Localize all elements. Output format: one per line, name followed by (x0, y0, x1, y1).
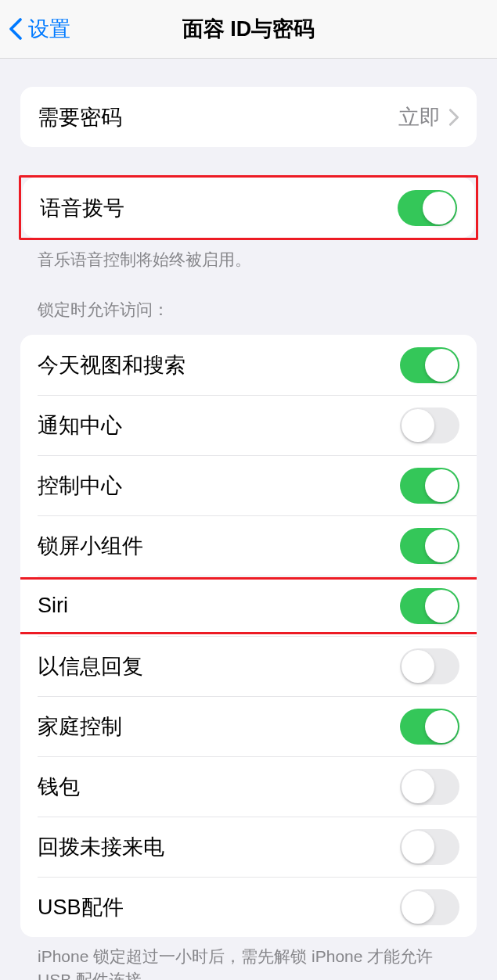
page-title: 面容 ID与密码 (182, 15, 315, 43)
passcode-group: 需要密码 立即 (20, 87, 477, 147)
voice-dial-footer: 音乐语音控制将始终被启用。 (20, 240, 477, 271)
lock-access-row: 家庭控制 (20, 696, 477, 756)
lock-access-item-toggle[interactable] (400, 407, 459, 443)
lock-access-item-toggle[interactable] (400, 889, 459, 925)
lock-access-item-toggle[interactable] (400, 648, 459, 684)
lock-access-item-label: 通知中心 (38, 411, 122, 440)
back-label: 设置 (28, 15, 70, 43)
lock-access-item-label: Siri (38, 594, 68, 618)
lock-access-group: 今天视图和搜索通知中心控制中心锁屏小组件Siri以信息回复家庭控制钱包回拨未接来… (20, 335, 477, 937)
voice-dial-toggle[interactable] (398, 190, 457, 226)
row-right: 立即 (398, 103, 459, 131)
lock-access-row: 回拨未接来电 (20, 817, 477, 877)
lock-access-item-toggle[interactable] (400, 528, 459, 564)
lock-access-item-label: 今天视图和搜索 (38, 351, 185, 379)
voice-dial-row: 语音拨号 (23, 178, 474, 238)
require-passcode-row[interactable]: 需要密码 立即 (20, 87, 477, 147)
lock-access-item-toggle[interactable] (400, 769, 459, 805)
chevron-right-icon (448, 108, 459, 127)
lock-access-item-label: 家庭控制 (38, 713, 122, 741)
lock-access-item-toggle[interactable] (400, 347, 459, 383)
back-button[interactable]: 设置 (8, 15, 70, 43)
lock-access-row: 通知中心 (20, 395, 477, 455)
lock-access-item-toggle[interactable] (400, 468, 459, 504)
require-passcode-label: 需要密码 (38, 103, 122, 131)
lock-access-item-label: USB配件 (38, 893, 124, 921)
lock-access-item-toggle[interactable] (400, 709, 459, 745)
lock-access-item-toggle[interactable] (400, 829, 459, 865)
chevron-left-icon (8, 17, 23, 41)
lock-access-row: 锁屏小组件 (20, 515, 477, 576)
lock-access-item-label: 锁屏小组件 (38, 532, 143, 560)
lock-access-row: 今天视图和搜索 (20, 335, 477, 395)
lock-access-row: 钱包 (20, 756, 477, 817)
lock-access-row: Siri (20, 576, 477, 636)
highlight-voice-dial: 语音拨号 (19, 175, 478, 240)
lock-access-item-label: 回拨未接来电 (38, 833, 164, 861)
voice-dial-label: 语音拨号 (40, 194, 124, 222)
lock-access-footer: iPhone 锁定超过一小时后，需先解锁 iPhone 才能允许 USB 配件连… (20, 937, 477, 980)
lock-access-item-label: 钱包 (38, 773, 80, 801)
lock-access-row: USB配件 (20, 877, 477, 937)
lock-access-row: 以信息回复 (20, 636, 477, 696)
nav-bar: 设置 面容 ID与密码 (0, 0, 497, 59)
lock-access-item-label: 控制中心 (38, 472, 122, 500)
lock-access-item-label: 以信息回复 (38, 652, 143, 680)
lock-access-row: 控制中心 (20, 455, 477, 515)
require-passcode-value: 立即 (398, 103, 441, 131)
lock-access-header: 锁定时允许访问： (20, 271, 477, 321)
lock-access-item-toggle[interactable] (400, 588, 459, 624)
